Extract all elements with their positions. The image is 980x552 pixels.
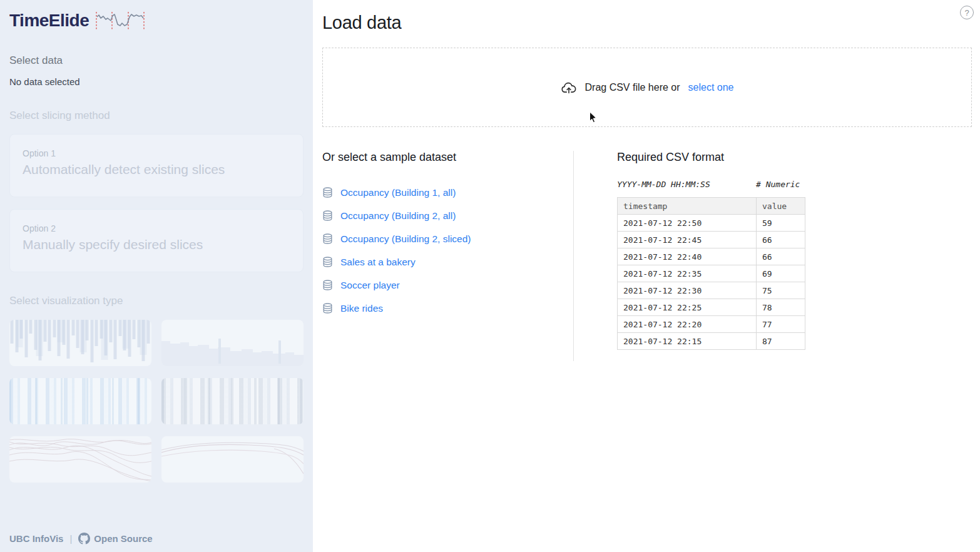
timestamp-cell: 2021-07-12 22:50 (618, 215, 757, 232)
slicing-option-auto-card[interactable]: Option 1 Automatically detect existing s… (9, 134, 304, 197)
help-icon: ? (964, 8, 969, 18)
timestamp-cell: 2021-07-12 22:15 (618, 333, 757, 350)
database-icon (322, 187, 333, 198)
table-row: 2021-07-12 22:3569 (618, 265, 805, 282)
timestamp-column-header: timestamp (618, 198, 757, 215)
sidebar-footer: UBC InfoVis | Open Source (9, 533, 153, 544)
footer-separator: | (69, 533, 72, 544)
value-format-hint: # Numeric (756, 180, 800, 189)
value-cell: 59 (757, 215, 805, 232)
ubc-infovis-link[interactable]: UBC InfoVis (9, 533, 63, 544)
dataset-label: Sales at a bakery (340, 257, 416, 268)
option-kicker: Option 2 (23, 223, 290, 233)
viz-type-grid (9, 320, 304, 483)
dataset-link-bakery-sales[interactable]: Sales at a bakery (322, 250, 573, 273)
logo-sliced-timeline-icon (95, 11, 145, 31)
dataset-link-soccer-player[interactable]: Soccer player (322, 273, 573, 297)
value-cell: 78 (757, 299, 805, 316)
timeelide-app: TimeElide Select data No data selected S… (0, 0, 980, 552)
csv-format-section: Required CSV format YYYY-MM-DD HH:MM:SS … (574, 151, 805, 361)
timestamp-cell: 2021-07-12 22:45 (618, 232, 757, 248)
dataset-label: Occupancy (Building 1, all) (340, 187, 456, 198)
open-source-link[interactable]: Open Source (78, 533, 152, 544)
value-cell: 66 (757, 248, 805, 265)
value-cell: 77 (757, 316, 805, 333)
database-icon (322, 303, 333, 314)
dataset-list: Occupancy (Building 1, all) Occupancy (B… (322, 181, 573, 320)
dataset-link-occupancy-b2-sliced[interactable]: Occupancy (Building 2, sliced) (322, 227, 573, 250)
page-title: Load data (322, 13, 972, 33)
table-row: 2021-07-12 22:4566 (618, 232, 805, 248)
timestamp-cell: 2021-07-12 22:40 (618, 248, 757, 265)
csv-format-heading: Required CSV format (617, 151, 805, 164)
option-title: Manually specify desired slices (23, 237, 290, 252)
value-cell: 75 (757, 282, 805, 299)
dataset-label: Occupancy (Building 2, all) (340, 210, 456, 222)
csv-example-table: timestamp value 2021-07-12 22:5059 2021-… (617, 197, 805, 350)
viz-thumb-aggregate-band[interactable] (161, 436, 304, 483)
sample-datasets-section: Or select a sample dataset Occupancy (Bu… (322, 151, 574, 361)
slicing-option-manual-card[interactable]: Option 2 Manually specify desired slices (9, 209, 304, 272)
value-cell: 69 (757, 265, 805, 282)
dataset-link-occupancy-b2-all[interactable]: Occupancy (Building 2, all) (322, 204, 573, 227)
timestamp-cell: 2021-07-12 22:20 (618, 316, 757, 333)
viz-thumb-superimposed-bars[interactable] (9, 320, 151, 366)
logo-text: TimeElide (9, 11, 89, 31)
dataset-link-bike-rides[interactable]: Bike rides (322, 297, 573, 320)
timestamp-format-hint: YYYY-MM-DD HH:MM:SS (617, 180, 710, 189)
slicing-method-heading: Select slicing method (9, 110, 304, 122)
option-kicker: Option 1 (23, 148, 290, 158)
ubc-infovis-label: UBC InfoVis (9, 533, 63, 544)
viz-thumb-superimposed-lines[interactable] (9, 436, 151, 483)
format-hints: YYYY-MM-DD HH:MM:SS # Numeric (617, 180, 805, 190)
sample-datasets-heading: Or select a sample dataset (322, 151, 573, 164)
table-row: 2021-07-12 22:3075 (618, 282, 805, 299)
table-row: 2021-07-12 22:5059 (618, 215, 805, 232)
timestamp-cell: 2021-07-12 22:25 (618, 299, 757, 316)
table-row: 2021-07-12 22:2578 (618, 299, 805, 316)
dropzone-text: Drag CSV file here or (585, 82, 680, 93)
timestamp-cell: 2021-07-12 22:35 (618, 265, 757, 282)
value-column-header: value (757, 198, 805, 215)
table-row: 2021-07-12 22:4066 (618, 248, 805, 265)
select-file-link[interactable]: select one (688, 82, 734, 93)
value-cell: 66 (757, 232, 805, 248)
viz-thumb-stripes-blue[interactable] (9, 378, 151, 424)
csv-dropzone[interactable]: Drag CSV file here or select one (322, 48, 972, 127)
select-data-heading: Select data (9, 54, 304, 67)
database-icon (322, 280, 333, 290)
dataset-label: Occupancy (Building 2, sliced) (340, 233, 471, 245)
database-icon (322, 210, 333, 221)
sidebar: TimeElide Select data No data selected S… (0, 0, 313, 552)
option-title: Automatically detect existing slices (23, 162, 290, 177)
viz-thumb-aggregate-skyline[interactable] (161, 320, 304, 366)
no-data-status: No data selected (9, 76, 304, 87)
github-icon (78, 533, 90, 544)
dataset-link-occupancy-b1-all[interactable]: Occupancy (Building 1, all) (322, 181, 573, 204)
table-header-row: timestamp value (618, 198, 805, 215)
table-row: 2021-07-12 22:2077 (618, 316, 805, 333)
viz-type-heading: Select visualization type (9, 295, 304, 307)
viz-thumb-stripes-gray[interactable] (161, 378, 304, 424)
upload-cloud-icon (561, 79, 577, 96)
database-icon (322, 233, 333, 244)
table-row: 2021-07-12 22:1587 (618, 333, 805, 350)
dataset-label: Bike rides (340, 303, 383, 314)
database-icon (322, 257, 333, 267)
lower-columns: Or select a sample dataset Occupancy (Bu… (322, 151, 972, 361)
help-button[interactable]: ? (960, 6, 974, 19)
value-cell: 87 (757, 333, 805, 350)
open-source-label: Open Source (94, 533, 152, 544)
dataset-label: Soccer player (340, 280, 400, 291)
logo: TimeElide (9, 11, 304, 31)
timestamp-cell: 2021-07-12 22:30 (618, 282, 757, 299)
main-content: Load data Drag CSV file here or select o… (313, 0, 980, 552)
